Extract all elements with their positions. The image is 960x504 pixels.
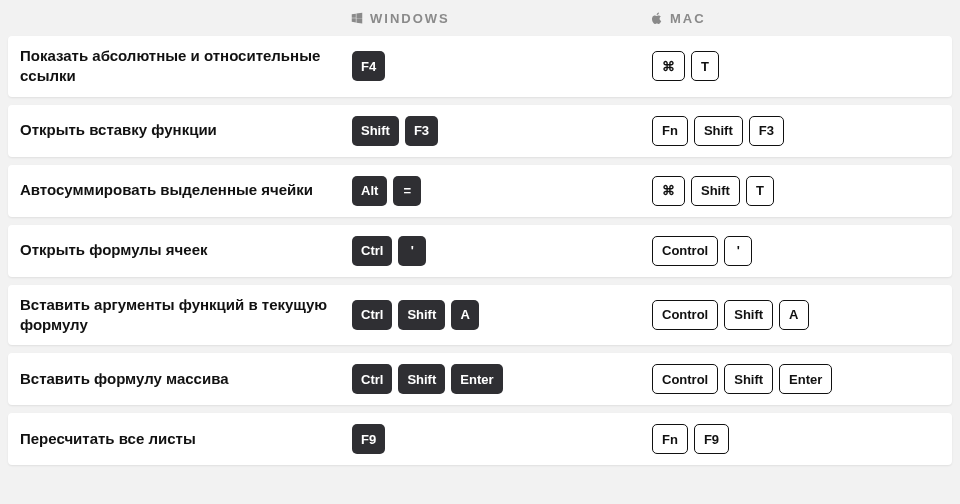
shortcut-row: Пересчитать все листыF9FnF9 <box>8 413 952 465</box>
shortcut-table: WINDOWS MAC Показать абсолютные и относи… <box>0 0 960 473</box>
shortcut-row: Вставить аргументы функций в текущую фор… <box>8 285 952 346</box>
header-mac-label: MAC <box>670 11 706 26</box>
key: ⌘ <box>652 51 685 81</box>
key: Ctrl <box>352 300 392 330</box>
mac-keys: ⌘ShiftT <box>652 176 952 206</box>
windows-keys: ShiftF3 <box>352 116 652 146</box>
shortcut-label: Открыть вставку функции <box>20 120 352 140</box>
key: F3 <box>749 116 784 146</box>
key: A <box>451 300 479 330</box>
key: ' <box>398 236 426 266</box>
windows-keys: CtrlShiftA <box>352 300 652 330</box>
mac-keys: ControlShiftEnter <box>652 364 952 394</box>
shortcut-row: Открыть формулы ячеекCtrl'Control' <box>8 225 952 277</box>
key: Ctrl <box>352 364 392 394</box>
mac-keys: Control' <box>652 236 952 266</box>
shortcut-label: Вставить аргументы функций в текущую фор… <box>20 295 352 336</box>
key: ' <box>724 236 752 266</box>
mac-keys: ⌘T <box>652 51 952 81</box>
shortcut-row: Показать абсолютные и относительные ссыл… <box>8 36 952 97</box>
mac-keys: ControlShiftA <box>652 300 952 330</box>
key: F4 <box>352 51 385 81</box>
windows-keys: CtrlShiftEnter <box>352 364 652 394</box>
key: Enter <box>451 364 502 394</box>
key: Alt <box>352 176 387 206</box>
header-mac: MAC <box>650 11 950 26</box>
windows-keys: Alt= <box>352 176 652 206</box>
key: Shift <box>398 300 445 330</box>
key: Shift <box>691 176 740 206</box>
windows-icon <box>350 11 364 25</box>
apple-icon <box>650 11 664 25</box>
key: T <box>746 176 774 206</box>
shortcut-row: Автосуммировать выделенные ячейкиAlt=⌘Sh… <box>8 165 952 217</box>
key: F3 <box>405 116 438 146</box>
mac-keys: FnF9 <box>652 424 952 454</box>
windows-keys: F9 <box>352 424 652 454</box>
key: Shift <box>724 364 773 394</box>
key: A <box>779 300 808 330</box>
key: Fn <box>652 116 688 146</box>
key: Shift <box>398 364 445 394</box>
key: F9 <box>352 424 385 454</box>
key: F9 <box>694 424 729 454</box>
windows-keys: F4 <box>352 51 652 81</box>
header-windows-label: WINDOWS <box>370 11 450 26</box>
key: Shift <box>352 116 399 146</box>
header-row: WINDOWS MAC <box>0 0 960 36</box>
shortcut-row: Открыть вставку функцииShiftF3FnShiftF3 <box>8 105 952 157</box>
shortcut-label: Вставить формулу массива <box>20 369 352 389</box>
shortcut-label: Открыть формулы ячеек <box>20 240 352 260</box>
key: Shift <box>694 116 743 146</box>
shortcut-label: Показать абсолютные и относительные ссыл… <box>20 46 352 87</box>
key: ⌘ <box>652 176 685 206</box>
key: Shift <box>724 300 773 330</box>
key: Control <box>652 236 718 266</box>
shortcut-label: Автосуммировать выделенные ячейки <box>20 180 352 200</box>
key: T <box>691 51 719 81</box>
shortcut-row: Вставить формулу массиваCtrlShiftEnterCo… <box>8 353 952 405</box>
key: = <box>393 176 421 206</box>
windows-keys: Ctrl' <box>352 236 652 266</box>
header-windows: WINDOWS <box>350 11 650 26</box>
shortcut-label: Пересчитать все листы <box>20 429 352 449</box>
shortcut-rows: Показать абсолютные и относительные ссыл… <box>0 36 960 473</box>
mac-keys: FnShiftF3 <box>652 116 952 146</box>
key: Control <box>652 364 718 394</box>
key: Ctrl <box>352 236 392 266</box>
key: Enter <box>779 364 832 394</box>
key: Control <box>652 300 718 330</box>
key: Fn <box>652 424 688 454</box>
